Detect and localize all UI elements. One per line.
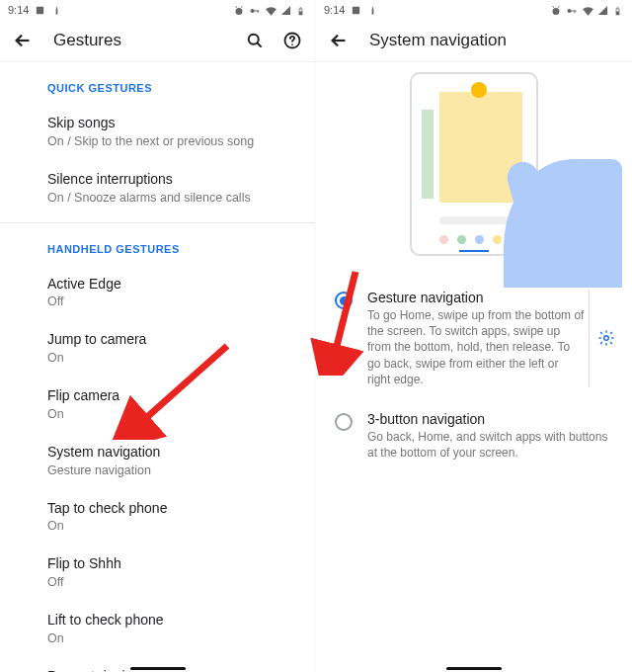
- item-title: Flip to Shhh: [47, 554, 295, 573]
- svg-rect-20: [616, 9, 618, 11]
- option-title: Gesture navigation: [367, 290, 587, 305]
- svg-point-14: [553, 8, 560, 15]
- notification-icon: [351, 5, 361, 16]
- list-item[interactable]: Skip songs On / Skip to the next or prev…: [0, 104, 315, 160]
- item-subtitle: On: [47, 406, 295, 423]
- status-bar: 9:14: [316, 0, 632, 20]
- option-gesture-navigation[interactable]: Gesture navigation To go Home, swipe up …: [316, 278, 632, 399]
- item-subtitle: Gesture navigation: [47, 462, 295, 479]
- app-bar: Gestures: [0, 20, 315, 61]
- item-subtitle: On: [47, 630, 295, 647]
- svg-point-9: [249, 35, 259, 44]
- item-title: System navigation: [47, 443, 295, 462]
- svg-rect-0: [37, 6, 43, 13]
- signal-icon: [280, 5, 291, 16]
- item-title: Tap to check phone: [47, 499, 295, 518]
- option-desc: Go back, Home, and switch apps with butt…: [367, 429, 622, 461]
- item-title: Lift to check phone: [47, 611, 295, 630]
- item-subtitle: Off: [47, 294, 295, 310]
- battery-icon: [296, 5, 307, 16]
- list-item-system-navigation[interactable]: System navigation Gesture navigation: [0, 433, 315, 489]
- item-title: Silence interruptions: [47, 170, 295, 189]
- option-3-button-navigation[interactable]: 3-button navigation Go back, Home, and s…: [316, 399, 632, 472]
- clock-text: 9:14: [8, 4, 29, 16]
- settings-list[interactable]: Quick Gestures Skip songs On / Skip to t…: [0, 62, 315, 672]
- illustration: [316, 62, 632, 278]
- section-header: Quick Gestures: [0, 62, 315, 104]
- svg-rect-19: [617, 7, 619, 8]
- svg-rect-5: [258, 10, 259, 13]
- radio-icon[interactable]: [335, 413, 353, 431]
- battery-icon: [613, 5, 624, 16]
- option-title: 3-button navigation: [367, 411, 622, 427]
- notification-icon: [367, 5, 378, 16]
- item-title: Jump to camera: [47, 330, 295, 349]
- svg-rect-8: [299, 9, 301, 11]
- svg-point-15: [568, 9, 572, 13]
- item-title: Active Edge: [47, 275, 295, 294]
- list-item[interactable]: Active Edge Off: [0, 265, 315, 321]
- svg-point-2: [236, 8, 243, 15]
- option-desc: To go Home, swipe up from the bottom of …: [367, 307, 587, 387]
- list-item[interactable]: Tap to check phone On: [0, 489, 315, 546]
- item-subtitle: On: [47, 350, 295, 367]
- system-navigation-screen: 9:14 System navigation: [316, 0, 632, 672]
- gestures-screen: 9:14 Gestures: [0, 0, 316, 672]
- page-title: Gestures: [53, 31, 121, 50]
- back-icon[interactable]: [328, 30, 350, 51]
- svg-point-3: [251, 9, 255, 13]
- signal-icon: [597, 5, 608, 16]
- item-subtitle: Off: [47, 574, 295, 591]
- item-subtitle: On: [47, 518, 295, 535]
- search-icon[interactable]: [244, 30, 266, 51]
- list-item[interactable]: Silence interruptions On / Snooze alarms…: [0, 160, 315, 216]
- clock-text: 9:14: [324, 4, 345, 16]
- nav-indicator[interactable]: [446, 667, 502, 670]
- svg-rect-17: [575, 10, 576, 13]
- status-bar: 9:14: [0, 0, 315, 20]
- item-title: Flip camera: [47, 386, 295, 405]
- item-subtitle: On / Snooze alarms and silence calls: [47, 190, 295, 207]
- svg-rect-16: [571, 10, 577, 11]
- item-subtitle: On / Skip to the next or previous song: [47, 133, 295, 150]
- back-icon[interactable]: [12, 30, 34, 51]
- alarm-icon: [550, 5, 561, 16]
- notification-icon: [35, 5, 45, 16]
- list-item[interactable]: Lift to check phone On: [0, 601, 315, 657]
- radio-icon[interactable]: [335, 292, 353, 309]
- list-item[interactable]: Flip camera On: [0, 377, 315, 433]
- key-icon: [249, 5, 260, 16]
- key-icon: [566, 5, 577, 16]
- item-title: Skip songs: [47, 114, 295, 132]
- svg-rect-4: [254, 10, 260, 11]
- gear-icon[interactable]: [595, 327, 617, 349]
- wifi-icon: [265, 5, 276, 16]
- svg-rect-7: [300, 7, 302, 8]
- alarm-icon: [233, 5, 244, 16]
- svg-rect-12: [353, 6, 359, 13]
- page-title: System navigation: [369, 31, 507, 50]
- svg-point-11: [291, 43, 293, 45]
- svg-rect-13: [372, 10, 374, 15]
- nav-options-list: Gesture navigation To go Home, swipe up …: [316, 278, 632, 472]
- svg-rect-1: [56, 10, 58, 15]
- nav-indicator[interactable]: [130, 667, 186, 670]
- notification-icon: [51, 5, 62, 16]
- svg-point-21: [603, 336, 608, 341]
- list-item[interactable]: Flip to Shhh Off: [0, 545, 315, 601]
- help-icon[interactable]: [281, 30, 303, 51]
- wifi-icon: [582, 5, 592, 16]
- section-header: Handheld Gestures: [0, 223, 315, 265]
- app-bar: System navigation: [316, 20, 632, 61]
- list-item[interactable]: Jump to camera On: [0, 320, 315, 377]
